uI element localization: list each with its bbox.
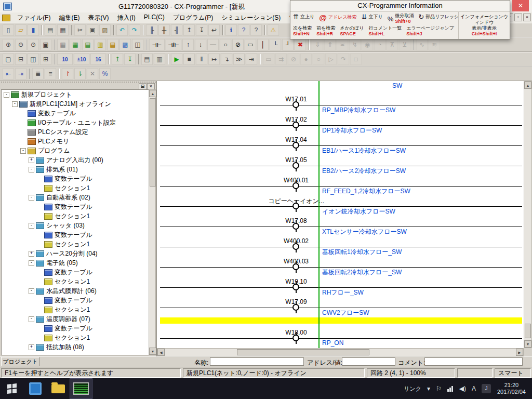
menu-file[interactable]: ファイル(F) (13, 14, 55, 22)
coil-nc-icon[interactable]: ⊘ (232, 39, 244, 50)
flag-icon[interactable]: ⚐ (436, 385, 442, 392)
open-file-icon[interactable]: ▱ (15, 24, 26, 36)
operand-address[interactable]: W400.02 (255, 237, 338, 245)
new-file-icon[interactable]: ▯ (3, 24, 14, 36)
scroll-thumb[interactable] (237, 349, 369, 355)
selected-rung-bar[interactable] (160, 317, 522, 324)
links-chevron-icon[interactable]: ▾ (427, 385, 430, 392)
cross-reference-icon[interactable]: ▩ (119, 39, 131, 50)
operand-address[interactable]: W19.10 (255, 278, 338, 285)
connect-up-icon[interactable]: ┘ (282, 39, 294, 50)
ladder-horizontal-scrollbar[interactable]: ◀ ▶ (157, 348, 524, 356)
section-list-icon[interactable]: ▥ (95, 39, 106, 50)
find-address-icon[interactable]: ╟ (146, 24, 157, 36)
scroll-up-arrow[interactable]: ▲ (149, 90, 156, 97)
local-symbols-icon[interactable]: ▤ (82, 39, 94, 50)
tree-item[interactable]: -電子銃 (05) (2, 258, 149, 268)
save-icon[interactable]: ▮ (28, 24, 39, 36)
find-up-icon[interactable]: ↥ (183, 24, 195, 36)
find-down-icon[interactable]: ↧ (196, 24, 207, 36)
tree-item[interactable]: 変数テーブル (2, 174, 149, 183)
insert-rung-above-icon[interactable]: ↥ (112, 54, 123, 65)
ladder-rung[interactable]: W400.01RF_FEED_1,2冷却水フローSW (157, 174, 524, 194)
menu-insert[interactable]: 挿入(I) (113, 14, 139, 22)
operand-address[interactable]: コピーヘーイオン... (255, 197, 338, 206)
cascade-windows-icon[interactable]: ◫ (28, 54, 39, 65)
tree-item[interactable]: PLCシステム設定 (2, 127, 149, 137)
operand-comment[interactable]: RP_ON (322, 339, 343, 347)
operand-address[interactable]: W17.09 (255, 298, 338, 305)
operand-address[interactable]: W17.05 (255, 156, 338, 164)
instruction-icon[interactable]: ▭ (245, 39, 256, 50)
zoom-in-icon[interactable]: ⊕ (3, 39, 14, 50)
find-next-icon[interactable]: ╫ (158, 24, 170, 36)
operand-comment[interactable]: イオン銃冷却水フローSW (322, 207, 395, 216)
tree-item[interactable]: セクション1 (2, 183, 149, 193)
collapse-icon[interactable]: - (29, 195, 34, 201)
collapse-icon[interactable]: - (20, 148, 26, 154)
collapse-icon[interactable]: - (29, 260, 34, 266)
outdent-rung-icon[interactable]: ⇤ (3, 68, 14, 79)
io-comment-list-icon[interactable]: ≡ (45, 68, 56, 79)
simulation-stop-icon[interactable]: ■ (183, 54, 195, 65)
file-explorer-button[interactable] (47, 378, 70, 399)
ime-lang-icon[interactable]: J (482, 384, 491, 393)
grid-icon[interactable]: ▦ (57, 39, 69, 50)
scroll-thumb[interactable] (150, 98, 156, 187)
horizontal-line-icon[interactable]: — (207, 39, 219, 50)
mark-down-icon[interactable]: ⇂ (74, 68, 86, 79)
signed-decimal-monitor-icon[interactable]: ±10 (74, 54, 89, 65)
simulation-run-icon[interactable]: ▶ (171, 54, 182, 65)
operand-address[interactable]: W400.03 (255, 258, 338, 265)
scroll-up-arrow[interactable]: ▲ (524, 82, 531, 89)
tree-item[interactable]: 変数テーブル (2, 109, 149, 118)
operand-address[interactable]: W17.04 (255, 136, 338, 143)
address-value-input[interactable] (342, 357, 395, 366)
print-preview-icon[interactable]: ▦ (57, 24, 69, 36)
split-window-icon[interactable]: ⊟ (15, 54, 26, 65)
operand-comment[interactable]: DP1冷却水フローSW (322, 126, 382, 135)
operand-address[interactable]: W17.08 (255, 217, 338, 224)
menu-plc[interactable]: PLC(C) (140, 14, 169, 22)
links-toolbar-label[interactable]: リンク (404, 385, 421, 393)
undo-icon[interactable]: ↶ (116, 24, 128, 36)
insert-rung-below-icon[interactable]: ↧ (124, 54, 136, 65)
operand-comment[interactable]: XTLセンサー冷却水フローSW (322, 228, 407, 236)
operand-comment[interactable]: 基板回転2冷却水フロー_SW (322, 268, 402, 277)
tree-item[interactable]: 変数テーブル (2, 268, 149, 277)
expand-icon[interactable]: + (29, 344, 34, 350)
tree-item[interactable]: セクション1 (2, 333, 149, 342)
ladder-rung[interactable]: W400.02基板回転1冷却水フロー_SW (157, 234, 524, 255)
tree-item[interactable]: セクション1 (2, 277, 149, 286)
scroll-down-arrow[interactable]: ▼ (149, 348, 156, 355)
operand-comment[interactable]: RHフロー_SW (322, 288, 364, 297)
coil-icon[interactable]: ○ (220, 39, 231, 50)
tree-item[interactable]: -新規PLC1[CJ1M] オフライン (2, 99, 149, 109)
ladder-rung[interactable]: W17.01RP_MBP冷却水フローSW (157, 92, 524, 113)
expand-icon[interactable]: + (29, 251, 34, 257)
memory-view-icon[interactable]: ▥ (154, 54, 165, 65)
tree-item[interactable]: セクション1 (2, 211, 149, 221)
operand-address[interactable]: W400.01 (255, 177, 338, 184)
ladder-rung[interactable]: コピーヘーイオン...イオン銃冷却水フローSW (157, 194, 524, 214)
network-icon[interactable] (447, 385, 454, 392)
vertical-line-icon[interactable]: │ (257, 39, 269, 50)
help-icon[interactable]: ? (238, 24, 249, 36)
ladder-rung[interactable]: W17.09CWV2フローSW (157, 295, 524, 315)
simulation-pause-icon[interactable]: ‖ (196, 54, 207, 65)
retrace-icon[interactable]: ↩ (208, 24, 220, 36)
percent-icon[interactable]: % (99, 68, 111, 79)
connect-down-icon[interactable]: └ (270, 39, 281, 50)
hex-monitor-icon[interactable]: 16 (90, 54, 106, 65)
contact-down-icon[interactable]: ↓ (195, 39, 206, 50)
contact-no-icon[interactable]: ⊣⊢ (149, 39, 165, 50)
tree-item[interactable]: 変数テーブル (2, 230, 149, 240)
menu-view[interactable]: 表示(V) (84, 14, 113, 22)
clear-mark-icon[interactable]: ✕ (87, 68, 98, 79)
copy-icon[interactable]: ▣ (87, 24, 98, 36)
symbol-table-icon[interactable]: ▦ (70, 39, 81, 50)
zoom-100-icon[interactable]: ⊙ (28, 39, 39, 50)
volume-icon[interactable]: ◀) (459, 385, 466, 392)
decimal-monitor-icon[interactable]: 10 (57, 54, 73, 65)
mdi-close-button[interactable]: × (523, 14, 531, 21)
